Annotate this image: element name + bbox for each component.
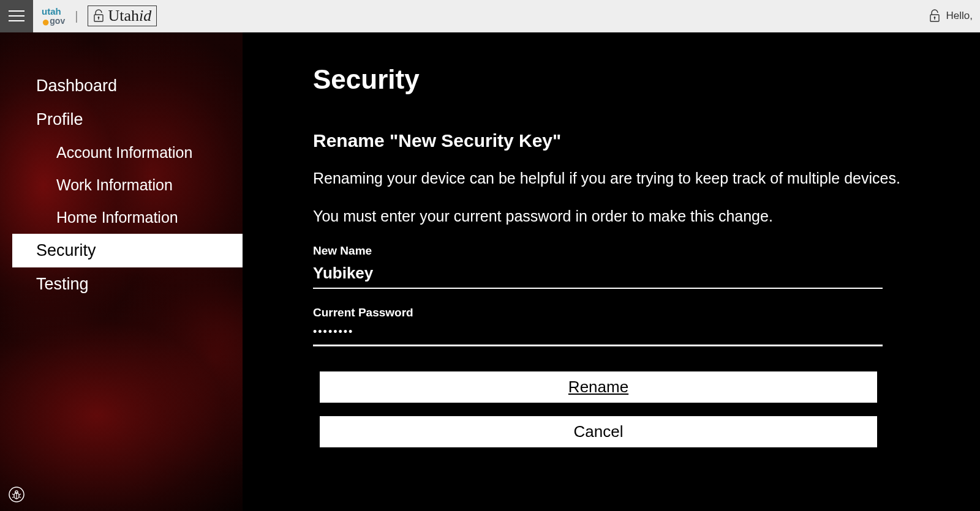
utahid-logo[interactable]: Utahid xyxy=(88,6,157,26)
current-password-field: Current Password xyxy=(313,306,883,346)
sidebar-item-account-information[interactable]: Account Information xyxy=(0,136,243,169)
hamburger-menu-button[interactable] xyxy=(0,0,33,32)
topbar-right: Hello, xyxy=(929,9,980,23)
utahgov-logo-gov: gov xyxy=(50,16,65,26)
svg-line-16 xyxy=(19,497,21,498)
current-password-input[interactable] xyxy=(313,323,883,346)
button-row: Rename Cancel xyxy=(319,371,878,448)
logo-divider: | xyxy=(71,9,81,23)
sidebar-item-dashboard[interactable]: Dashboard xyxy=(0,69,243,103)
sidebar-item-testing[interactable]: Testing xyxy=(0,267,243,301)
main-content: Security Rename "New Security Key" Renam… xyxy=(243,32,980,511)
sidebar-nav: Dashboard Profile Account Information Wo… xyxy=(0,32,243,301)
hamburger-icon xyxy=(9,10,24,22)
hello-greeting[interactable]: Hello, xyxy=(946,10,973,22)
sidebar-item-security[interactable]: Security xyxy=(12,234,243,267)
svg-line-14 xyxy=(19,494,21,495)
logo-area: utah ●gov | Utahid xyxy=(33,6,157,26)
svg-rect-8 xyxy=(934,18,935,20)
new-name-input[interactable] xyxy=(313,261,883,289)
lock-icon xyxy=(93,9,104,23)
svg-rect-5 xyxy=(99,18,99,20)
bug-report-button[interactable] xyxy=(9,487,24,505)
current-password-label: Current Password xyxy=(313,306,883,319)
sidebar: Dashboard Profile Account Information Wo… xyxy=(0,32,243,511)
new-name-label: New Name xyxy=(313,244,883,258)
sidebar-item-home-information[interactable]: Home Information xyxy=(0,201,243,234)
svg-line-13 xyxy=(12,494,14,495)
help-text-2: You must enter your current password in … xyxy=(313,206,901,227)
cancel-button[interactable]: Cancel xyxy=(319,416,878,448)
utahid-text: Utahid xyxy=(108,7,151,25)
utahgov-logo-dot: ● xyxy=(42,14,50,29)
new-name-field: New Name xyxy=(313,244,883,289)
rename-button[interactable]: Rename xyxy=(319,371,878,403)
sidebar-item-work-information[interactable]: Work Information xyxy=(0,169,243,201)
sidebar-item-profile[interactable]: Profile xyxy=(0,103,243,136)
svg-line-15 xyxy=(12,497,14,498)
bug-icon xyxy=(9,487,24,502)
help-text-1: Renaming your device can be helpful if y… xyxy=(313,168,901,189)
topbar: utah ●gov | Utahid Hello, xyxy=(0,0,980,32)
utahgov-logo[interactable]: utah ●gov xyxy=(42,7,65,25)
lock-icon xyxy=(929,9,940,23)
page-title: Security xyxy=(313,64,943,95)
rename-heading: Rename "New Security Key" xyxy=(313,130,943,151)
